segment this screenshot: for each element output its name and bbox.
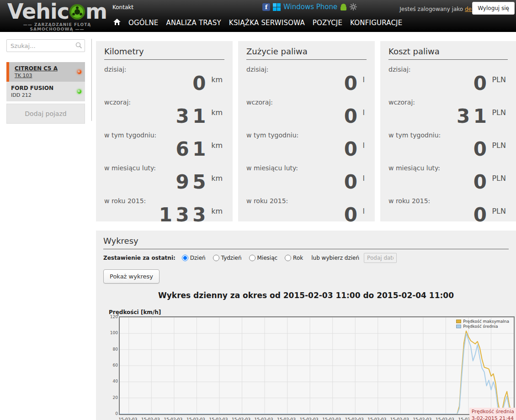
app-header: Vehicm ZARZĄDZANIE FLOTĄ SAMOCHODOWĄ Kon…	[0, 0, 516, 32]
nav-item-ksiazka-serwisowa[interactable]: KSIĄŻKA SERWISOWA	[229, 19, 305, 27]
radio-input-dzien[interactable]	[182, 255, 188, 261]
vehicle-name[interactable]: CITROEN C5 A	[15, 65, 75, 72]
vehicle-name[interactable]: FORD FUSION	[11, 85, 75, 91]
stat-unit: PLN	[492, 141, 506, 150]
stat-value: 95	[176, 173, 210, 191]
stat-unit: km	[211, 108, 223, 117]
nav-item-konfiguracje[interactable]: KONFIGURACJE	[350, 19, 402, 27]
stat-value: 0	[473, 173, 490, 191]
main-content: Kilometry dzisiaj: 0km wczoraj: 31km w t…	[96, 41, 516, 420]
stat-unit: km	[211, 141, 223, 150]
vehicle-plate[interactable]: IDD 212	[11, 92, 75, 98]
gear-icon[interactable]	[350, 3, 357, 10]
radio-dzien[interactable]: Dzień	[182, 255, 206, 261]
panel-zuzycie-paliwa: Zużycie paliwa dzisiaj: 0l wczoraj: 0l w…	[238, 41, 375, 221]
logout-button[interactable]: Wyloguj się	[472, 2, 515, 15]
vehicle-item-citroen[interactable]: CITROEN C5 A TK 103	[6, 62, 85, 82]
stat-value: 0	[192, 74, 209, 93]
stat-value: 0	[473, 206, 490, 224]
stat-unit: PLN	[492, 207, 506, 215]
show-charts-button[interactable]: Pokaż wykresy	[103, 269, 160, 284]
logo-wordmark: Vehicm	[5, 1, 110, 22]
legend-swatch-icon	[456, 325, 461, 328]
stat-unit: PLN	[492, 75, 506, 84]
sidebar-divider	[91, 39, 92, 121]
search-icon[interactable]	[75, 42, 82, 51]
stat-value: 0	[344, 206, 361, 224]
y-tick-label: 60	[109, 363, 118, 368]
or-pick-day-label: lub wybierz dzień	[311, 255, 359, 261]
stat-unit: l	[363, 75, 365, 84]
y-tick-label: 20	[109, 395, 118, 400]
chart-legend: Prędkość maksymalnaPrędkość średnia	[456, 319, 509, 329]
stat-value: 0	[344, 107, 361, 126]
vehicle-item-ford[interactable]: FORD FUSION IDD 212	[6, 82, 85, 101]
period-label: Zestawienie za ostatni:	[103, 255, 176, 261]
add-vehicle-button[interactable]: Dodaj pojazd	[6, 104, 85, 124]
stat-value: 133	[159, 206, 209, 224]
series-line-1	[120, 333, 514, 414]
y-tick-label: 100	[109, 331, 118, 335]
social-links: f Windows Phone	[262, 3, 357, 11]
stat-unit: PLN	[492, 108, 506, 117]
nav-item-pozycje[interactable]: POZYCJE	[313, 19, 342, 27]
nav-item-analiza-trasy[interactable]: ANALIZA TRASY	[166, 19, 221, 27]
radio-input-tydzien[interactable]	[213, 255, 219, 261]
panel-koszt-paliwa: Koszt paliwa dzisiaj: 0PLN wczoraj: 31PL…	[380, 41, 516, 221]
kontakt-link[interactable]: Kontakt	[112, 4, 133, 10]
logo-tagline: ZARZĄDZANIE FLOTĄ SAMOCHODOWĄ	[5, 22, 110, 31]
panel-title: Koszt paliwa	[388, 47, 508, 60]
legend-label: Prędkość maksymalna	[463, 319, 509, 324]
panel-kilometry: Kilometry dzisiaj: 0km wczoraj: 31km w t…	[96, 41, 233, 221]
y-tick-label: 0	[109, 411, 118, 416]
radio-input-miesiac[interactable]	[249, 255, 255, 261]
radio-input-rok[interactable]	[285, 255, 291, 261]
stat-value: 0	[473, 140, 490, 158]
stat-unit: l	[363, 108, 365, 117]
radio-tydzien[interactable]: Tydzień	[213, 255, 242, 261]
radio-miesiac[interactable]: Miesiąc	[249, 255, 278, 261]
chart-heading: Wykres dzienny za okres od 2015-02-03 11…	[103, 291, 509, 300]
legend-swatch-icon	[456, 320, 461, 323]
stat-unit: km	[211, 207, 223, 215]
stat-unit: PLN	[492, 174, 506, 183]
status-dot	[77, 70, 81, 74]
y-tick-label: 120	[109, 315, 118, 319]
stat-unit: l	[363, 207, 365, 215]
y-tick-label: 80	[109, 347, 118, 352]
charts-title: Wykresy	[103, 236, 509, 249]
series-line-0	[120, 331, 514, 414]
stat-unit: l	[363, 141, 365, 150]
home-icon[interactable]	[113, 18, 121, 27]
period-controls: Zestawienie za ostatni: Dzień Tydzień Mi…	[103, 253, 509, 263]
stat-unit: km	[211, 174, 223, 183]
stat-value: 0	[344, 173, 361, 191]
panel-title: Zużycie paliwa	[246, 47, 367, 60]
chart-plot-area[interactable]	[119, 316, 515, 415]
speed-chart: 020406080100120 15-02-03 19:0015-02-0319…	[109, 316, 515, 420]
windows-phone-link[interactable]: Windows Phone	[283, 3, 337, 11]
vehicom-logo[interactable]: Vehicm ZARZĄDZANIE FLOTĄ SAMOCHODOWĄ	[5, 1, 110, 31]
stat-unit: km	[211, 75, 223, 84]
stat-unit: l	[363, 174, 365, 183]
panel-title: Kilometry	[104, 47, 224, 60]
date-input[interactable]	[364, 253, 397, 263]
stat-value: 31	[176, 107, 210, 126]
legend-entry: Prędkość średnia	[456, 324, 509, 329]
chart-axis-title: Prędkości [km/h]	[109, 309, 509, 315]
wheel-icon	[69, 4, 85, 20]
nav-item-ogolne[interactable]: OGÓLNE	[128, 19, 159, 27]
radio-rok[interactable]: Rok	[285, 255, 303, 261]
vehicle-plate[interactable]: TK 103	[15, 73, 75, 79]
status-dot	[77, 89, 81, 94]
legend-label: Prędkość średnia	[463, 324, 498, 329]
stat-value: 31	[457, 107, 490, 126]
stat-value: 61	[176, 140, 210, 158]
facebook-icon[interactable]: f	[262, 3, 270, 11]
stat-value: 0	[473, 74, 490, 93]
chart-tooltip: Prędkość średnia3-02-2015 21:44wynosi 0.…	[469, 408, 516, 420]
search-input[interactable]	[6, 39, 85, 52]
android-icon[interactable]	[340, 3, 347, 10]
windows-icon[interactable]	[273, 3, 281, 11]
legend-entry: Prędkość maksymalna	[456, 319, 509, 324]
